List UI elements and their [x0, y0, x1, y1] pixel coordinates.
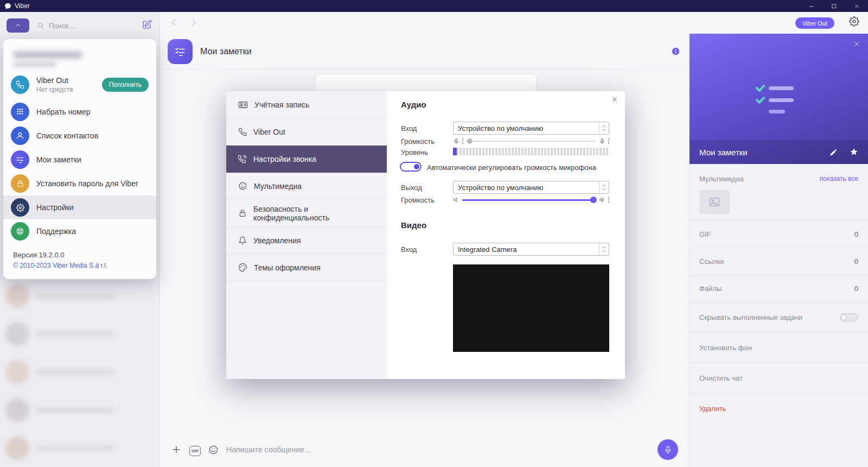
video-input-label: Вход [401, 245, 417, 254]
clear-chat-row[interactable]: Очистить чат [690, 363, 868, 393]
search-input[interactable] [49, 22, 114, 30]
settings-tab-label: Настройки звонка [253, 155, 316, 163]
chat-name-blurred [36, 407, 114, 413]
show-all-link[interactable]: показать все [820, 175, 858, 182]
settings-tab-call-settings[interactable]: Настройки звонка [226, 146, 387, 173]
chat-list-item[interactable] [5, 281, 155, 311]
set-background-row[interactable]: Установить фон [690, 332, 868, 363]
mic-icon [599, 138, 605, 144]
close-info-panel-button[interactable] [853, 40, 860, 48]
hide-done-tasks-label: Скрывать выполненные задачи [699, 313, 802, 321]
audio-heading: Аудио [401, 100, 426, 109]
back-button[interactable] [169, 17, 180, 28]
favorite-button[interactable] [850, 148, 858, 156]
row-label: GIF [699, 230, 711, 238]
input-volume-slider[interactable] [453, 137, 609, 146]
input-device-select[interactable]: Устройство по умолчанию [453, 122, 609, 135]
rename-button[interactable] [829, 148, 838, 156]
clear-chat-label: Очистить чат [699, 374, 743, 382]
files-row[interactable]: Файлы 0 [690, 275, 868, 302]
star-icon [850, 148, 858, 156]
slider-thumb[interactable] [590, 197, 597, 203]
bell-icon [238, 236, 247, 245]
close-icon [611, 96, 618, 103]
device-menu-icon[interactable] [462, 138, 463, 144]
camera-preview [453, 264, 609, 352]
maximize-button[interactable] [822, 0, 845, 12]
output-device-select[interactable]: Устройство по умолчанию [453, 181, 609, 194]
slider-thumb[interactable] [467, 138, 473, 144]
input-volume-label: Громкость [401, 137, 435, 146]
menu-item-settings[interactable]: Настройки [3, 195, 156, 219]
slider-track[interactable] [466, 141, 596, 142]
menu-item-dial-number[interactable]: Набрать номер [3, 100, 156, 124]
slider-track[interactable] [462, 199, 596, 201]
minimize-button[interactable] [800, 0, 822, 12]
menu-item-label: Настройки [36, 203, 74, 212]
stepper-icon[interactable] [599, 243, 609, 255]
menu-item-contacts[interactable]: Список контактов [3, 124, 156, 148]
attach-button[interactable] [171, 444, 182, 455]
menu-item-viber-out[interactable]: Viber Out Нет средств Пополнить [3, 72, 156, 98]
level-label: Уровень [401, 148, 428, 156]
set-background-label: Установить фон [699, 344, 752, 352]
settings-gear-button[interactable] [849, 16, 859, 27]
info-panel-titlebar: Мои заметки [690, 140, 868, 164]
message-input[interactable] [226, 445, 650, 454]
mic-button[interactable] [658, 439, 678, 460]
settings-tab-privacy[interactable]: Безопасность и конфиденциальность [226, 200, 387, 227]
gif-row[interactable]: GIF 0 [690, 220, 868, 248]
top-up-button[interactable]: Пополнить [102, 78, 149, 92]
avatar [5, 360, 29, 384]
settings-tab-label: Мультимедиа [254, 182, 302, 191]
device-menu-icon[interactable] [608, 197, 609, 203]
compose-icon [142, 20, 152, 30]
lock-icon [11, 174, 29, 193]
settings-content: Аудио Вход Устройство по умолчанию Громк… [387, 91, 625, 379]
info-button[interactable] [671, 47, 680, 56]
media-thumbnail[interactable] [699, 190, 730, 214]
row-count: 0 [854, 257, 858, 266]
chat-list-item[interactable] [5, 357, 155, 387]
profile-menu-button[interactable] [7, 18, 29, 33]
output-volume-slider[interactable] [453, 195, 609, 204]
viber-out-badge[interactable]: Viber Out [795, 17, 834, 29]
settings-tab-viber-out[interactable]: Viber Out [226, 118, 387, 146]
copyright-link[interactable]: © 2010-2023 Viber Media S.à r.l. [13, 262, 107, 269]
settings-tab-label: Темы оформления [254, 263, 321, 272]
close-settings-button[interactable] [611, 96, 618, 103]
mic-icon [663, 445, 673, 455]
menu-item-my-notes[interactable]: Мои заметки [3, 148, 156, 172]
gif-button[interactable]: GIF [189, 446, 201, 454]
menu-item-support[interactable]: Поддержка [3, 219, 156, 243]
settings-tab-notifications[interactable]: Уведомления [226, 227, 387, 254]
device-menu-icon[interactable] [608, 138, 609, 144]
sticker-button[interactable] [208, 445, 219, 455]
mic-level-meter [453, 148, 609, 155]
chat-list-item[interactable] [5, 433, 155, 463]
avatar [5, 436, 29, 460]
settings-tab-account[interactable]: Учётная запись [226, 91, 387, 118]
menu-item-set-password[interactable]: Установить пароль для Viber [3, 172, 156, 195]
close-button[interactable] [845, 0, 868, 12]
chat-name-blurred [36, 445, 114, 451]
settings-tab-themes[interactable]: Темы оформления [226, 254, 387, 281]
settings-tab-multimedia[interactable]: Мультимедиа [226, 173, 387, 200]
hide-tasks-toggle[interactable] [840, 313, 858, 321]
stepper-icon[interactable] [599, 181, 609, 193]
titlebar: Viber [0, 0, 868, 12]
auto-gain-toggle[interactable] [400, 162, 422, 172]
camera-select[interactable]: Integrated Camera [453, 243, 609, 256]
chat-list-item[interactable] [5, 319, 155, 349]
image-icon [709, 196, 720, 208]
stepper-icon[interactable] [599, 122, 609, 134]
audio-input-label: Вход [401, 124, 417, 132]
delete-chat-row[interactable]: Удалить [690, 393, 868, 424]
info-panel-body: Мультимедиа показать все GIF 0 Ссылки 0 … [690, 164, 868, 467]
chat-list-item[interactable] [5, 395, 155, 425]
forward-button[interactable] [188, 17, 199, 28]
compose-button[interactable] [142, 20, 152, 30]
info-panel-header: Мои заметки [690, 34, 868, 164]
links-row[interactable]: Ссылки 0 [690, 248, 868, 275]
version-text: Версия 19.2.0.0 [13, 251, 65, 259]
